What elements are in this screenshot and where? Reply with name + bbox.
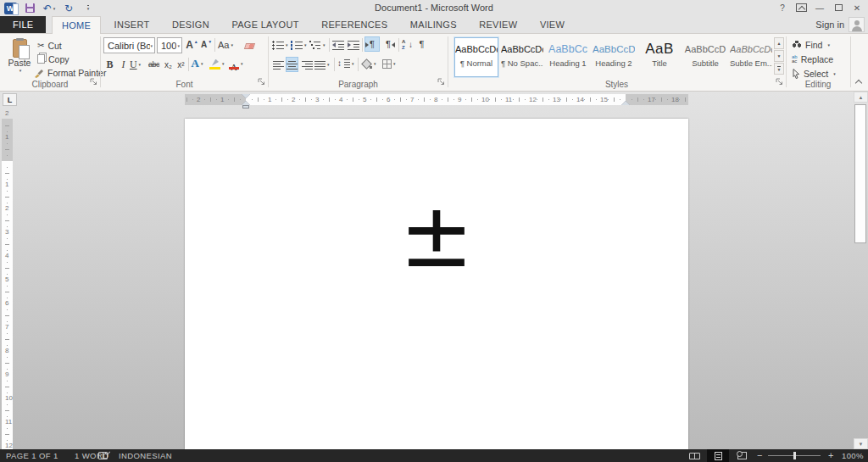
tab-review[interactable]: REVIEW <box>470 16 526 33</box>
numbering-button[interactable]: ▾ <box>291 37 307 53</box>
restore-button[interactable] <box>829 0 848 15</box>
highlight-color-button[interactable]: ▾ <box>209 56 225 71</box>
language-indicator[interactable]: INDONESIAN <box>119 449 172 462</box>
align-center-button[interactable] <box>286 57 298 72</box>
replace-button[interactable]: abac Replace <box>792 53 833 65</box>
print-layout-button[interactable] <box>707 449 729 462</box>
font-color-button[interactable]: A▾ <box>229 56 243 71</box>
tab-references[interactable]: REFERENCES <box>312 16 397 33</box>
tab-view[interactable]: VIEW <box>531 16 574 33</box>
find-button[interactable]: Find ▾ <box>792 38 830 51</box>
ribbon-display-options-button[interactable] <box>792 0 810 15</box>
rtl-text-direction-button[interactable]: ¶ <box>381 36 395 52</box>
show-hide-formatting-button[interactable]: ¶ <box>415 36 428 52</box>
minimize-button[interactable]: — <box>810 0 829 15</box>
tab-stop-selector[interactable]: L <box>3 93 17 106</box>
vertical-ruler[interactable]: 21123456789101112 <box>2 119 13 449</box>
collapse-ribbon-button[interactable] <box>855 79 862 86</box>
borders-button[interactable]: ▾ <box>382 56 396 71</box>
superscript-button[interactable]: x² <box>175 57 187 72</box>
styles-gallery-more-button[interactable]: ▼ <box>774 63 784 75</box>
paragraph-dialog-launcher[interactable] <box>437 74 445 89</box>
page-number-indicator[interactable]: PAGE 1 OF 1 <box>6 449 58 462</box>
close-button[interactable]: ✕ <box>848 0 866 15</box>
sign-in[interactable]: Sign in <box>815 16 865 33</box>
strikethrough-button[interactable]: abc <box>147 57 160 72</box>
zoom-in-button[interactable]: + <box>828 449 833 462</box>
font-name-value: Calibri (Body) <box>108 41 150 51</box>
underline-button[interactable]: U▾ <box>129 57 142 72</box>
sort-button[interactable]: AZ↓ <box>401 37 414 53</box>
subscript-button[interactable]: x₂ <box>162 57 175 72</box>
tab-mailings[interactable]: MAILINGS <box>401 16 466 33</box>
style-heading-1[interactable]: AaBbCc Heading 1 <box>546 37 590 77</box>
zoom-slider[interactable] <box>768 455 821 456</box>
justify-button[interactable]: ▾ <box>314 57 330 72</box>
shrink-font-button[interactable]: A▼ <box>200 37 213 53</box>
document-page[interactable]: ± <box>185 119 688 449</box>
line-spacing-button[interactable]: ↕▾ <box>337 56 354 71</box>
chevron-down-icon: ▾ <box>139 62 142 67</box>
read-mode-button[interactable] <box>683 449 705 462</box>
vertical-scrollbar[interactable]: ▲ ▼ <box>854 92 868 449</box>
multilevel-list-button[interactable]: ▾ <box>309 37 326 53</box>
styles-dialog-launcher[interactable] <box>776 74 783 89</box>
style-subtle-emphasis[interactable]: AaBbCcDc Subtle Em... <box>729 37 773 77</box>
clear-formatting-button[interactable] <box>243 38 256 53</box>
copy-button[interactable]: Copy <box>37 53 70 65</box>
scrollbar-thumb[interactable] <box>854 104 866 243</box>
help-button[interactable]: ? <box>773 0 792 15</box>
decrease-indent-button[interactable] <box>331 37 344 53</box>
shading-button[interactable]: ▾ <box>362 56 376 71</box>
style-normal[interactable]: AaBbCcDc ¶ Normal <box>454 37 498 77</box>
tab-home[interactable]: HOME <box>52 16 101 34</box>
text-effects-button[interactable]: A▾ <box>191 56 203 71</box>
align-left-button[interactable] <box>272 57 285 72</box>
tab-page-layout[interactable]: PAGE LAYOUT <box>222 16 308 33</box>
italic-button[interactable]: I <box>117 57 130 72</box>
styles-group-label: Styles <box>448 80 785 89</box>
style-heading-2[interactable]: AaBbCcD Heading 2 <box>592 37 636 77</box>
document-text[interactable]: ± <box>185 192 688 281</box>
zoom-slider-thumb[interactable] <box>793 452 796 459</box>
first-line-indent-marker[interactable] <box>242 94 250 98</box>
right-indent-marker[interactable] <box>621 101 630 105</box>
styles-scroll-up-button[interactable]: ▲ <box>774 37 784 49</box>
zoom-level-indicator[interactable]: 100% <box>842 449 864 462</box>
left-indent-marker[interactable] <box>242 105 249 109</box>
grow-font-button[interactable]: A▲ <box>186 37 198 53</box>
increase-indent-button[interactable] <box>347 37 359 53</box>
style-title[interactable]: AaB Title <box>637 37 682 77</box>
word-application-window: W ↶▾ ↻ ▾ Document1 - Microsoft Word ? — … <box>0 0 868 462</box>
clipboard-dialog-launcher[interactable] <box>90 74 97 89</box>
style-subtitle[interactable]: AaBbCcD Subtitle <box>683 37 727 77</box>
font-size-select[interactable]: 100 ▾ <box>157 37 182 53</box>
web-layout-button[interactable] <box>731 449 753 462</box>
tab-design[interactable]: DESIGN <box>163 16 219 33</box>
zoom-out-button[interactable]: − <box>757 449 762 462</box>
align-right-button[interactable] <box>301 57 314 72</box>
select-cursor-icon <box>792 69 800 79</box>
sort-icon: AZ↓ <box>402 40 413 51</box>
paragraph-group-label: Paragraph <box>269 80 448 89</box>
ruler-left-margin <box>185 94 246 105</box>
scroll-up-button[interactable]: ▲ <box>854 92 868 103</box>
select-button[interactable]: Select ▾ <box>792 67 836 80</box>
tab-insert[interactable]: INSERT <box>105 16 159 33</box>
style-no-spacing[interactable]: AaBbCcDc ¶ No Spac... <box>500 37 544 77</box>
cut-button[interactable]: ✂ Cut <box>37 39 62 52</box>
ltr-text-direction-button[interactable]: ¶ <box>364 36 380 52</box>
font-name-select[interactable]: Calibri (Body) ▾ <box>103 37 155 53</box>
bold-button[interactable]: B <box>103 57 116 72</box>
horizontal-ruler[interactable]: 211234567891011121314151718 <box>185 94 688 105</box>
proofing-status-icon[interactable] <box>98 452 108 459</box>
scroll-down-button[interactable]: ▼ <box>854 438 868 449</box>
highlighter-icon <box>209 58 220 70</box>
chevron-down-icon: ▾ <box>327 62 330 67</box>
tab-file[interactable]: FILE <box>0 16 46 33</box>
font-dialog-launcher[interactable] <box>258 74 265 89</box>
styles-scroll-down-button[interactable]: ▼ <box>774 50 784 62</box>
change-case-button[interactable]: Aa▾ <box>218 37 233 53</box>
sign-in-label: Sign in <box>815 19 844 30</box>
bullets-button[interactable]: ▾ <box>272 37 288 53</box>
